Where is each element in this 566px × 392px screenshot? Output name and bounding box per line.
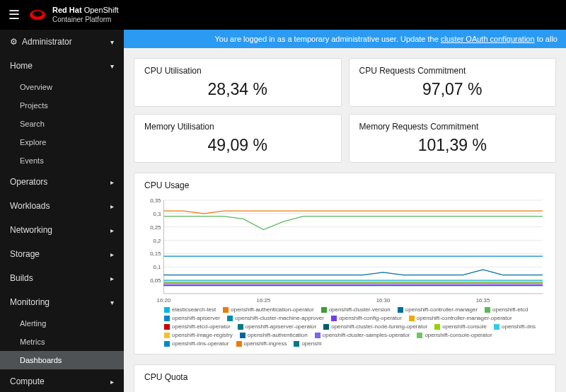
brand-platform: Container Platform <box>52 16 119 24</box>
nav-item-dashboards[interactable]: Dashboards <box>0 351 124 369</box>
legend-swatch <box>321 307 327 313</box>
legend-label: openshift-console <box>442 323 487 330</box>
stat-card[interactable]: Memory Utilisation49,09 % <box>134 114 342 163</box>
legend-swatch <box>164 316 170 321</box>
svg-text:16:20: 16:20 <box>157 297 171 304</box>
nav-section-label: Builds <box>10 273 33 283</box>
stat-title: Memory Requests Commitment <box>359 122 546 132</box>
legend-item[interactable]: openshift-cluster-version <box>321 306 391 313</box>
nav-item-overview[interactable]: Overview <box>0 78 124 96</box>
legend-swatch <box>227 316 233 321</box>
brand[interactable]: Red Hat OpenShift Container Platform <box>28 6 119 23</box>
legend-item[interactable]: openshift-config-operator <box>331 315 402 321</box>
legend-swatch <box>223 307 229 313</box>
nav-section-label: Workloads <box>10 201 50 211</box>
nav-item-explore[interactable]: Explore <box>0 133 124 151</box>
content-area: You are logged in as a temporary adminis… <box>124 30 566 392</box>
legend-item[interactable]: openshift-cluster-samples-operator <box>315 332 410 338</box>
legend-swatch <box>494 324 499 330</box>
chevron-right-icon: ▸ <box>110 226 114 234</box>
banner-suffix: to allo <box>535 35 558 43</box>
legend-label: openshift-etcd-operator <box>172 323 231 330</box>
stat-title: Memory Utilisation <box>144 122 331 132</box>
legend-label: openshift-etcd <box>492 306 528 313</box>
nav-item-search[interactable]: Search <box>0 115 124 133</box>
nav-section-storage[interactable]: Storage▸ <box>0 242 124 266</box>
stat-card[interactable]: CPU Requests Commitment97,07 % <box>349 58 557 107</box>
legend-item[interactable]: openshift-etcd-operator <box>164 323 231 330</box>
legend-item[interactable]: openshift-apiserver-operator <box>238 323 317 330</box>
banner-link[interactable]: cluster OAuth configuration <box>441 35 535 43</box>
legend-label: openshift-controller-manager-operator <box>417 315 512 321</box>
svg-point-1 <box>33 11 42 17</box>
legend-label: openshift-authentication <box>248 332 308 338</box>
legend-swatch <box>434 324 440 330</box>
legend-item[interactable]: openshift-ingress <box>236 340 287 347</box>
nav-section-home[interactable]: Home▾ <box>0 54 124 78</box>
legend-swatch <box>164 324 170 330</box>
legend-item[interactable]: openshift-dns-operator <box>164 340 229 347</box>
nav-item-metrics[interactable]: Metrics <box>0 333 124 351</box>
legend-swatch <box>164 307 170 313</box>
stat-card[interactable]: CPU Utilisation28,34 % <box>134 58 342 107</box>
nav-item-alerting[interactable]: Alerting <box>0 314 124 333</box>
svg-text:0,05: 0,05 <box>150 277 161 284</box>
nav-section-label: Home <box>10 61 33 71</box>
nav-section-label: Compute <box>10 376 45 386</box>
legend-item[interactable]: openshift-authentication <box>240 332 308 338</box>
stat-value: 28,34 % <box>144 80 331 99</box>
nav-section-monitoring[interactable]: Monitoring▾ <box>0 290 124 314</box>
chevron-right-icon: ▸ <box>110 275 114 282</box>
nav-section-networking[interactable]: Networking▸ <box>0 218 124 242</box>
legend-item[interactable]: openshift-controller-manager-operator <box>409 315 512 321</box>
legend-item[interactable]: openshift-etcd <box>485 306 528 313</box>
chart-title: CPU Usage <box>144 180 545 190</box>
perspective-switcher[interactable]: ⚙Administrator ▾ <box>0 30 124 54</box>
top-bar: ☰ Red Hat OpenShift Container Platform <box>0 0 566 30</box>
stat-card[interactable]: Memory Requests Commitment101,39 % <box>349 114 557 163</box>
legend-swatch <box>238 324 243 330</box>
cpu-usage-chart[interactable]: 0,050,10,150,20,250,30,3516:2016:2516:30… <box>144 197 545 304</box>
svg-text:0,1: 0,1 <box>154 264 161 270</box>
chevron-right-icon: ▸ <box>110 202 114 210</box>
stat-title: CPU Utilisation <box>144 66 331 76</box>
legend-item[interactable]: openshi <box>294 340 321 347</box>
legend-item[interactable]: openshift-authentication-operator <box>223 306 313 313</box>
nav-section-label: Storage <box>10 249 40 259</box>
legend-swatch <box>315 333 320 338</box>
nav-item-projects[interactable]: Projects <box>0 96 124 115</box>
nav-section-label: Networking <box>10 225 52 235</box>
nav-section-builds[interactable]: Builds▸ <box>0 266 124 290</box>
legend-item[interactable]: openshift-controller-manager <box>398 306 478 313</box>
legend-item[interactable]: openshift-console-operator <box>417 332 492 338</box>
hamburger-icon[interactable]: ☰ <box>8 7 20 23</box>
legend-swatch <box>417 333 422 338</box>
legend-label: openshift-image-registry <box>172 332 233 338</box>
chevron-right-icon: ▸ <box>110 378 114 386</box>
nav-section-workloads[interactable]: Workloads▸ <box>0 194 124 218</box>
legend-item[interactable]: openshift-apiserver <box>164 315 220 321</box>
legend-label: openshift-cluster-machine-approver <box>235 315 324 321</box>
legend-swatch <box>294 341 299 347</box>
stat-value: 49,09 % <box>144 136 331 155</box>
svg-text:0,3: 0,3 <box>154 211 161 217</box>
legend-item[interactable]: elasticsearch-test <box>164 306 216 313</box>
gear-icon: ⚙ <box>10 37 18 47</box>
nav-section-operators[interactable]: Operators▸ <box>0 170 124 194</box>
nav-item-events[interactable]: Events <box>0 151 124 170</box>
legend-swatch <box>323 324 329 330</box>
svg-text:0,35: 0,35 <box>150 197 161 204</box>
legend-item[interactable]: openshift-cluster-node-tuning-operator <box>323 323 427 330</box>
stat-value: 97,07 % <box>359 80 546 99</box>
legend-label: elasticsearch-test <box>172 306 216 313</box>
legend-item[interactable]: openshift-image-registry <box>164 332 233 338</box>
legend-swatch <box>240 333 246 338</box>
legend-item[interactable]: openshift-console <box>434 323 487 330</box>
legend-item[interactable]: openshift-dns <box>494 323 536 330</box>
nav-section-compute[interactable]: Compute▸ <box>0 369 124 392</box>
legend-label: openshift-ingress <box>244 340 287 347</box>
svg-text:16:25: 16:25 <box>257 297 271 304</box>
legend-label: openshift-dns <box>502 323 536 330</box>
chevron-down-icon: ▾ <box>110 62 114 70</box>
legend-item[interactable]: openshift-cluster-machine-approver <box>227 315 324 321</box>
